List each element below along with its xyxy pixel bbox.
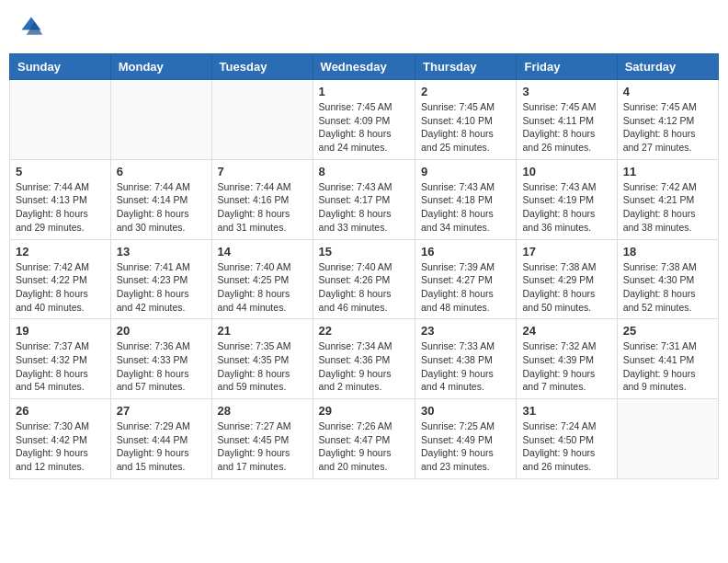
calendar-cell: 21Sunrise: 7:35 AM Sunset: 4:35 PM Dayli… bbox=[211, 319, 313, 399]
day-info: Sunrise: 7:40 AM Sunset: 4:26 PM Dayligh… bbox=[319, 260, 409, 315]
calendar-cell: 24Sunrise: 7:32 AM Sunset: 4:39 PM Dayli… bbox=[517, 319, 617, 399]
calendar-cell: 13Sunrise: 7:41 AM Sunset: 4:23 PM Dayli… bbox=[110, 239, 211, 319]
calendar-cell: 20Sunrise: 7:36 AM Sunset: 4:33 PM Dayli… bbox=[110, 319, 211, 399]
calendar-cell: 4Sunrise: 7:45 AM Sunset: 4:12 PM Daylig… bbox=[617, 80, 718, 160]
calendar-cell: 10Sunrise: 7:43 AM Sunset: 4:19 PM Dayli… bbox=[517, 159, 617, 239]
week-row-4: 19Sunrise: 7:37 AM Sunset: 4:32 PM Dayli… bbox=[10, 319, 719, 399]
calendar-table: SundayMondayTuesdayWednesdayThursdayFrid… bbox=[9, 53, 719, 479]
day-number: 15 bbox=[319, 245, 409, 259]
calendar-cell: 27Sunrise: 7:29 AM Sunset: 4:44 PM Dayli… bbox=[110, 399, 211, 479]
day-info: Sunrise: 7:34 AM Sunset: 4:36 PM Dayligh… bbox=[319, 339, 409, 394]
day-number: 4 bbox=[623, 85, 712, 98]
calendar-cell: 28Sunrise: 7:27 AM Sunset: 4:45 PM Dayli… bbox=[211, 399, 313, 479]
calendar-cell: 25Sunrise: 7:31 AM Sunset: 4:41 PM Dayli… bbox=[617, 319, 718, 399]
day-number: 16 bbox=[421, 245, 510, 259]
day-info: Sunrise: 7:26 AM Sunset: 4:47 PM Dayligh… bbox=[319, 419, 409, 474]
day-number: 22 bbox=[319, 324, 409, 338]
day-info: Sunrise: 7:45 AM Sunset: 4:11 PM Dayligh… bbox=[522, 100, 610, 155]
calendar-cell: 3Sunrise: 7:45 AM Sunset: 4:11 PM Daylig… bbox=[517, 80, 617, 160]
calendar-cell: 15Sunrise: 7:40 AM Sunset: 4:26 PM Dayli… bbox=[313, 239, 415, 319]
day-number: 12 bbox=[16, 245, 105, 259]
day-info: Sunrise: 7:45 AM Sunset: 4:10 PM Dayligh… bbox=[421, 100, 510, 155]
day-number: 25 bbox=[623, 324, 712, 338]
day-info: Sunrise: 7:29 AM Sunset: 4:44 PM Dayligh… bbox=[117, 419, 206, 474]
calendar-cell: 30Sunrise: 7:25 AM Sunset: 4:49 PM Dayli… bbox=[415, 399, 517, 479]
calendar-cell bbox=[110, 80, 211, 160]
day-info: Sunrise: 7:44 AM Sunset: 4:16 PM Dayligh… bbox=[218, 180, 307, 235]
day-number: 17 bbox=[522, 245, 610, 259]
day-info: Sunrise: 7:41 AM Sunset: 4:23 PM Dayligh… bbox=[117, 260, 206, 315]
day-header-thursday: Thursday bbox=[415, 54, 517, 80]
day-info: Sunrise: 7:44 AM Sunset: 4:13 PM Dayligh… bbox=[16, 180, 105, 235]
day-header-wednesday: Wednesday bbox=[313, 54, 415, 80]
calendar-cell: 5Sunrise: 7:44 AM Sunset: 4:13 PM Daylig… bbox=[10, 159, 111, 239]
week-row-2: 5Sunrise: 7:44 AM Sunset: 4:13 PM Daylig… bbox=[10, 159, 719, 239]
day-number: 9 bbox=[421, 165, 510, 178]
day-info: Sunrise: 7:39 AM Sunset: 4:27 PM Dayligh… bbox=[421, 260, 510, 315]
day-number: 26 bbox=[16, 404, 105, 418]
day-info: Sunrise: 7:45 AM Sunset: 4:12 PM Dayligh… bbox=[623, 100, 712, 155]
week-row-5: 26Sunrise: 7:30 AM Sunset: 4:42 PM Dayli… bbox=[10, 399, 719, 479]
day-info: Sunrise: 7:32 AM Sunset: 4:39 PM Dayligh… bbox=[522, 339, 610, 394]
day-info: Sunrise: 7:43 AM Sunset: 4:17 PM Dayligh… bbox=[319, 180, 409, 235]
calendar-cell: 31Sunrise: 7:24 AM Sunset: 4:50 PM Dayli… bbox=[517, 399, 617, 479]
day-number: 1 bbox=[319, 85, 409, 98]
day-number: 3 bbox=[522, 85, 610, 98]
day-number: 21 bbox=[218, 324, 307, 338]
day-header-monday: Monday bbox=[110, 54, 211, 80]
calendar-cell: 22Sunrise: 7:34 AM Sunset: 4:36 PM Dayli… bbox=[313, 319, 415, 399]
day-info: Sunrise: 7:33 AM Sunset: 4:38 PM Dayligh… bbox=[421, 339, 510, 394]
day-number: 20 bbox=[117, 324, 206, 338]
calendar-cell: 19Sunrise: 7:37 AM Sunset: 4:32 PM Dayli… bbox=[10, 319, 111, 399]
calendar-cell: 6Sunrise: 7:44 AM Sunset: 4:14 PM Daylig… bbox=[110, 159, 211, 239]
days-header-row: SundayMondayTuesdayWednesdayThursdayFrid… bbox=[10, 54, 719, 80]
day-info: Sunrise: 7:38 AM Sunset: 4:30 PM Dayligh… bbox=[623, 260, 712, 315]
calendar-cell: 8Sunrise: 7:43 AM Sunset: 4:17 PM Daylig… bbox=[313, 159, 415, 239]
day-header-saturday: Saturday bbox=[617, 54, 718, 80]
calendar-cell: 12Sunrise: 7:42 AM Sunset: 4:22 PM Dayli… bbox=[10, 239, 111, 319]
day-number: 2 bbox=[421, 85, 510, 98]
day-info: Sunrise: 7:35 AM Sunset: 4:35 PM Dayligh… bbox=[218, 339, 307, 394]
calendar-cell: 14Sunrise: 7:40 AM Sunset: 4:25 PM Dayli… bbox=[211, 239, 313, 319]
day-number: 5 bbox=[16, 165, 105, 178]
calendar-cell: 9Sunrise: 7:43 AM Sunset: 4:18 PM Daylig… bbox=[415, 159, 517, 239]
day-info: Sunrise: 7:40 AM Sunset: 4:25 PM Dayligh… bbox=[218, 260, 307, 315]
day-info: Sunrise: 7:30 AM Sunset: 4:42 PM Dayligh… bbox=[16, 419, 105, 474]
day-number: 24 bbox=[522, 324, 610, 338]
day-info: Sunrise: 7:36 AM Sunset: 4:33 PM Dayligh… bbox=[117, 339, 206, 394]
day-number: 13 bbox=[117, 245, 206, 259]
logo bbox=[18, 14, 48, 40]
calendar-cell: 17Sunrise: 7:38 AM Sunset: 4:29 PM Dayli… bbox=[517, 239, 617, 319]
day-number: 29 bbox=[319, 404, 409, 418]
day-number: 10 bbox=[522, 165, 610, 178]
day-number: 11 bbox=[623, 165, 712, 178]
day-header-tuesday: Tuesday bbox=[211, 54, 313, 80]
calendar-cell bbox=[10, 80, 111, 160]
logo-icon bbox=[18, 14, 44, 40]
calendar-cell: 16Sunrise: 7:39 AM Sunset: 4:27 PM Dayli… bbox=[415, 239, 517, 319]
day-info: Sunrise: 7:31 AM Sunset: 4:41 PM Dayligh… bbox=[623, 339, 712, 394]
day-number: 28 bbox=[218, 404, 307, 418]
calendar-cell bbox=[617, 399, 718, 479]
calendar-cell: 29Sunrise: 7:26 AM Sunset: 4:47 PM Dayli… bbox=[313, 399, 415, 479]
calendar-cell: 18Sunrise: 7:38 AM Sunset: 4:30 PM Dayli… bbox=[617, 239, 718, 319]
page-header bbox=[9, 9, 719, 44]
calendar-cell: 7Sunrise: 7:44 AM Sunset: 4:16 PM Daylig… bbox=[211, 159, 313, 239]
day-info: Sunrise: 7:43 AM Sunset: 4:18 PM Dayligh… bbox=[421, 180, 510, 235]
calendar-cell: 2Sunrise: 7:45 AM Sunset: 4:10 PM Daylig… bbox=[415, 80, 517, 160]
day-number: 18 bbox=[623, 245, 712, 259]
day-number: 7 bbox=[218, 165, 307, 178]
day-number: 31 bbox=[522, 404, 610, 418]
day-number: 30 bbox=[421, 404, 510, 418]
day-number: 14 bbox=[218, 245, 307, 259]
day-info: Sunrise: 7:45 AM Sunset: 4:09 PM Dayligh… bbox=[319, 100, 409, 155]
day-info: Sunrise: 7:42 AM Sunset: 4:21 PM Dayligh… bbox=[623, 180, 712, 235]
calendar-cell: 1Sunrise: 7:45 AM Sunset: 4:09 PM Daylig… bbox=[313, 80, 415, 160]
day-info: Sunrise: 7:44 AM Sunset: 4:14 PM Dayligh… bbox=[117, 180, 206, 235]
day-number: 19 bbox=[16, 324, 105, 338]
day-info: Sunrise: 7:24 AM Sunset: 4:50 PM Dayligh… bbox=[522, 419, 610, 474]
day-info: Sunrise: 7:43 AM Sunset: 4:19 PM Dayligh… bbox=[522, 180, 610, 235]
day-number: 6 bbox=[117, 165, 206, 178]
calendar-cell: 23Sunrise: 7:33 AM Sunset: 4:38 PM Dayli… bbox=[415, 319, 517, 399]
day-info: Sunrise: 7:38 AM Sunset: 4:29 PM Dayligh… bbox=[522, 260, 610, 315]
